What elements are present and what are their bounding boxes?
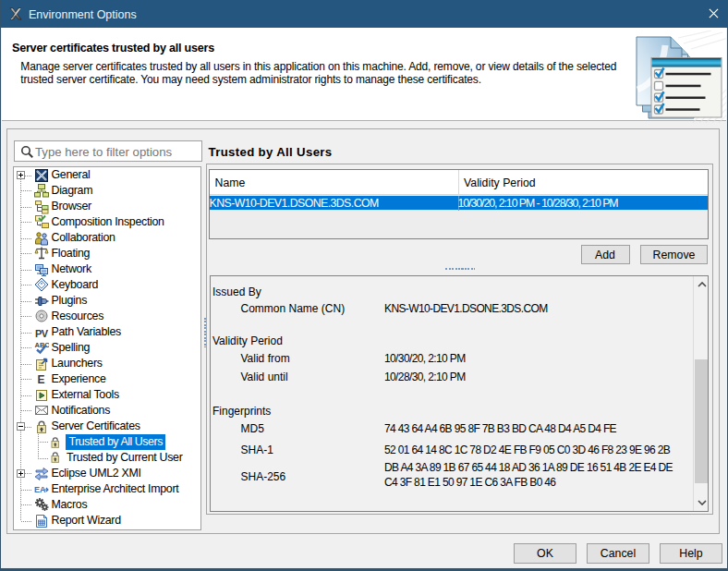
svg-text:ABC: ABC [35,341,50,349]
svg-text:E: E [38,373,45,386]
svg-text:PV: PV [35,328,49,339]
